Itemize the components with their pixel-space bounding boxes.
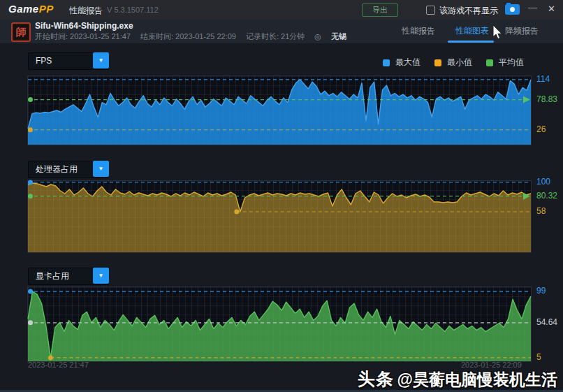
watermark-brand: 头条 — [358, 369, 394, 389]
gpu-dropdown-label: 显卡占用 — [36, 268, 69, 284]
series-extremum-dot — [28, 289, 33, 294]
series-extremum-dot — [234, 210, 239, 215]
fps-dropdown-label: FPS — [36, 53, 52, 69]
cpu-chart-plot — [27, 180, 532, 253]
location-icon: ◎ — [314, 32, 321, 41]
legend-item-max: 最大值 — [383, 57, 421, 68]
session-meta: 开始时间: 2023-01-25 21:47结束时间: 2023-01-25 2… — [35, 31, 356, 42]
chevron-down-icon[interactable]: ▼ — [93, 268, 109, 284]
series-extremum-dot — [28, 194, 33, 198]
series-extremum-dot — [28, 180, 33, 185]
gpu-chart-block: 9954.645 — [27, 286, 530, 361]
axis-value-label: 114 — [536, 74, 550, 84]
exe-name: Sifu-Win64-Shipping.exe — [35, 21, 133, 31]
version-text: V 5.3.1507.112 — [107, 6, 159, 14]
header-bar: 師 Sifu-Win64-Shipping.exe 开始时间: 2023-01-… — [0, 20, 563, 43]
fps-chart-block: 11478.8326 — [27, 75, 530, 144]
minimize-button[interactable]: — — [528, 2, 537, 13]
legend-item-avg: 平均值 — [486, 57, 524, 68]
watermark: 头条 @昊蘅电脑慢装机生活 — [358, 368, 557, 391]
axis-value-label: 54.64 — [536, 317, 557, 327]
location-text: 无锡 — [331, 32, 346, 41]
cpu-chart-block: 10080.3258 — [27, 180, 530, 252]
gpu-metric-dropdown[interactable]: 显卡占用 ▼ — [28, 268, 109, 285]
tab-throttle-report[interactable]: 降频报告 — [505, 25, 539, 37]
series-extremum-dot — [28, 97, 33, 102]
axis-value-label: 80.32 — [536, 191, 557, 201]
tab-performance-chart[interactable]: 性能图表 — [455, 25, 489, 37]
end-time-text: 结束时间: 2023-01-25 22:09 — [140, 32, 236, 41]
x-axis-start-timestamp: 2023-01-25 21:47 — [28, 361, 89, 369]
mouse-cursor-icon — [492, 25, 504, 41]
hide-game-label[interactable]: 该游戏不再显示 — [439, 5, 498, 17]
series-extremum-dot — [28, 320, 33, 325]
legend-label-min: 最小值 — [447, 57, 472, 68]
gpu-chart-plot — [27, 286, 532, 362]
chevron-down-icon[interactable]: ▼ — [93, 161, 109, 177]
active-tab-underline — [448, 41, 494, 43]
legend-swatch-avg — [486, 59, 493, 66]
duration-text: 记录时长: 21分钟 — [246, 32, 305, 41]
axis-value-label: 100 — [536, 177, 550, 187]
tab-performance-report[interactable]: 性能报告 — [402, 25, 435, 37]
series-extremum-dot — [48, 355, 53, 360]
game-seal-icon: 師 — [11, 22, 31, 42]
logo-game-text: Game — [8, 3, 39, 15]
fps-metric-dropdown[interactable]: FPS ▼ — [28, 52, 109, 70]
chart-series-svg — [28, 287, 531, 361]
axis-value-label: 78.83 — [536, 94, 557, 104]
axis-value-label: 58 — [536, 206, 546, 216]
camera-icon[interactable] — [505, 4, 520, 15]
close-button[interactable]: ✕ — [548, 3, 555, 14]
start-time-text: 开始时间: 2023-01-25 21:47 — [35, 32, 131, 41]
watermark-handle: @昊蘅电脑慢装机生活 — [397, 370, 557, 389]
app-title: 性能报告 — [69, 5, 103, 17]
legend-label-avg: 平均值 — [499, 57, 524, 68]
legend-item-min: 最小值 — [434, 57, 472, 68]
export-button[interactable]: 导出 — [362, 3, 398, 17]
logo-pp-text: PP — [39, 3, 54, 15]
legend-swatch-max — [383, 59, 390, 66]
hide-game-checkbox[interactable] — [426, 6, 435, 15]
chart-series-svg — [28, 181, 531, 252]
legend-label-max: 最大值 — [395, 57, 421, 68]
legend-swatch-min — [434, 59, 441, 66]
titlebar: GamePP 性能报告 V 5.3.1507.112 导出 该游戏不再显示 — … — [0, 0, 563, 20]
fps-chart-plot — [27, 75, 532, 145]
legend: 最大值 最小值 平均值 — [383, 57, 524, 68]
axis-value-label: 5 — [536, 352, 541, 362]
gamepp-logo: GamePP — [8, 3, 54, 15]
chart-series-svg — [28, 76, 531, 145]
series-extremum-dot — [28, 127, 33, 132]
axis-value-label: 99 — [536, 286, 546, 296]
cpu-dropdown-label: 处理器占用 — [36, 161, 78, 177]
chevron-down-icon[interactable]: ▼ — [93, 52, 109, 68]
cpu-metric-dropdown[interactable]: 处理器占用 ▼ — [28, 161, 109, 178]
axis-value-label: 26 — [536, 124, 546, 134]
